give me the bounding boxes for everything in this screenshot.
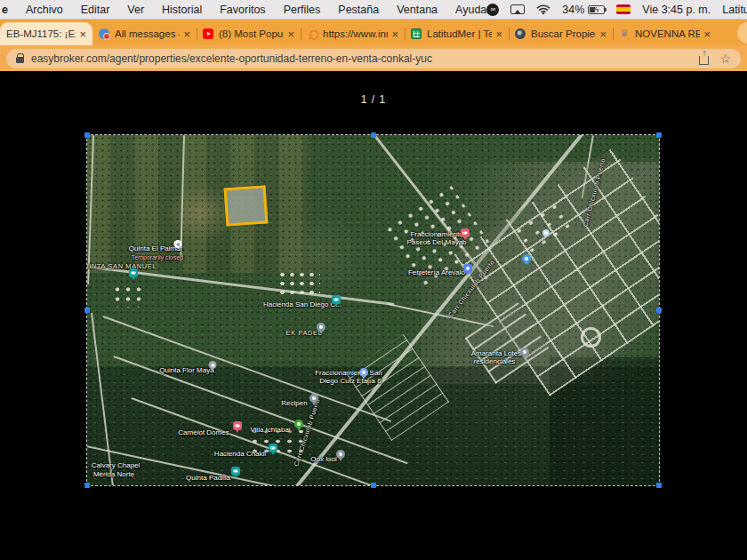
globe-favicon-icon [515,28,526,39]
menu-item-favoritos[interactable]: Favoritos [220,4,265,16]
browser-tab-3[interactable]: https://www.inn× [301,22,405,45]
mail-favicon-icon [99,28,109,39]
browser-tab-5[interactable]: Buscar Propieda× [509,22,613,45]
map-label: Quinta Padilla [186,474,230,482]
map-label: Hacienda San Diego C... [263,300,341,308]
map-label: Oox lool [310,455,336,463]
store-blue-marker-icon [463,264,472,273]
tree-green-marker-icon [294,420,303,428]
circle-white-marker-icon [174,240,182,248]
browser-profile-name[interactable]: Latitud Inmobiliaria [722,4,747,16]
share-icon[interactable] [699,56,709,65]
selection-handle[interactable] [84,308,90,313]
menu-item-pestaña[interactable]: Pestaña [338,4,379,16]
screen: e ArchivoEditarVerHistorialFavoritosPerf… [0,0,747,560]
menu-item-ver[interactable]: Ver [127,4,144,16]
pin-gray-marker-icon [309,394,318,403]
selection-handle[interactable] [656,483,662,488]
lodging-teal-marker-icon [129,268,138,277]
url-field[interactable]: easybroker.com/agent/properties/excelent… [6,49,741,68]
map-label: Villa Ichtabai [250,426,290,434]
menu-item-ayuda[interactable]: Ayuda [455,4,486,16]
circle-gray-marker-icon [209,361,217,369]
selection-handle[interactable] [84,132,90,138]
sheet-favicon-icon [411,28,422,39]
tab-strip: EB-MJ1175: ¡Exc×All messages -×(8) Most … [0,20,747,45]
menu-item-editar[interactable]: Editar [81,4,110,16]
map-label: Calvary Chapel [92,461,141,469]
map-label: Temporarily closed [132,253,183,261]
browser-tab-1[interactable]: All messages -× [92,22,197,45]
url-text[interactable]: easybroker.com/agent/properties/excelent… [31,52,432,65]
highlighted-parcel [224,185,269,226]
battery-status[interactable]: 34% ϟ [562,4,605,16]
menu-items: e ArchivoEditarVerHistorialFavoritosPerf… [2,4,486,16]
lodging-teal-marker-icon [332,295,341,304]
tab-close-icon[interactable]: × [703,28,711,40]
tab-close-icon[interactable]: × [183,28,190,40]
creative-cloud-icon[interactable]: ∞ [486,4,499,16]
selection-handle[interactable] [656,308,662,313]
browser-toolbar: easybroker.com/agent/properties/excelent… [0,45,747,71]
map-label: Camelot Domes [178,428,229,436]
wifi-icon[interactable] [536,4,550,15]
selection-handle[interactable] [371,132,376,138]
crest-favicon-icon [619,28,630,39]
menu-item-perfiles[interactable]: Perfiles [284,4,321,16]
circle-blue-marker-icon [542,229,550,236]
tab-close-icon[interactable]: × [79,28,86,40]
tab-close-icon[interactable]: × [391,28,398,40]
lodging-pink-marker-icon [233,421,242,430]
battery-percent-label: 34% [562,4,584,16]
browser-tab-0[interactable]: EB-MJ1175: ¡Exc× [0,22,92,45]
selection-handle[interactable] [84,483,90,488]
satellite-map-image[interactable]: Quinta El PalmarTemporarily closedQUINTA… [87,135,659,485]
tab-close-icon[interactable]: × [599,28,606,40]
lodging-pink-marker-icon [461,228,470,237]
tab-label: NOVENNA RESI [635,28,700,39]
browser-tab-2[interactable]: (8) Most Popula× [197,22,301,45]
map-label: Paseos Del Mayab [406,238,466,246]
screen-mirroring-icon[interactable] [510,4,525,14]
building-cluster [112,284,142,308]
bookmark-star-icon[interactable]: ☆ [719,52,731,65]
map-label: residenciales [474,357,516,365]
selection-handle[interactable] [371,483,376,488]
youtube-favicon-icon [203,28,213,39]
lodging-teal-marker-icon [269,444,277,452]
browser-tab-6[interactable]: NOVENNA RESI× [613,22,717,45]
map-label: Quinta Flor Maya [159,366,213,374]
charging-bolt-icon: ϟ [594,4,598,13]
map-label: Amaranta Lotes [471,349,521,357]
tab-label: Buscar Propieda [531,28,596,39]
map-label: Diego Cutz Etapa 6 [319,377,381,385]
menu-item-historial[interactable]: Historial [162,4,202,16]
spain-flag-icon[interactable] [616,4,631,14]
selection-handle[interactable] [656,132,662,138]
lock-icon[interactable] [16,57,24,63]
battery-charging-icon: ϟ [588,5,605,14]
tab-label: (8) Most Popula [219,28,284,39]
tab-label: EB-MJ1175: ¡Exc [6,28,76,39]
map-label: Fraccionamiento San [315,369,382,377]
tab-label: All messages - [115,28,180,39]
menu-status-area: ∞ 34% ϟ Vie 3:45 p. m. Latitud Inmobilia… [486,4,747,16]
omnibox-actions: ☆ [699,52,731,65]
map-label: Recipen [281,399,307,407]
map-label: Hacienda Chakil [214,450,266,458]
pin-gray-marker-icon [336,450,345,459]
lightbox-content: 1 / 1 [0,71,747,560]
menu-item-ventana[interactable]: Ventana [397,4,438,16]
pin-blue-marker-icon [359,368,368,377]
new-tab-bulge[interactable] [737,22,747,44]
menu-clock[interactable]: Vie 3:45 p. m. [642,4,711,16]
roundabout [581,327,601,348]
menu-item-archivo[interactable]: Archivo [26,4,63,16]
pin-gray-marker-icon [520,348,529,356]
browser-tab-4[interactable]: LatitudMer | Tea× [405,22,509,45]
key-favicon-icon [305,27,320,42]
app-menu-partial[interactable]: e [2,4,8,16]
menu-bar: e ArchivoEditarVerHistorialFavoritosPerf… [0,0,747,20]
tab-close-icon[interactable]: × [495,28,502,40]
tab-close-icon[interactable]: × [287,28,294,40]
